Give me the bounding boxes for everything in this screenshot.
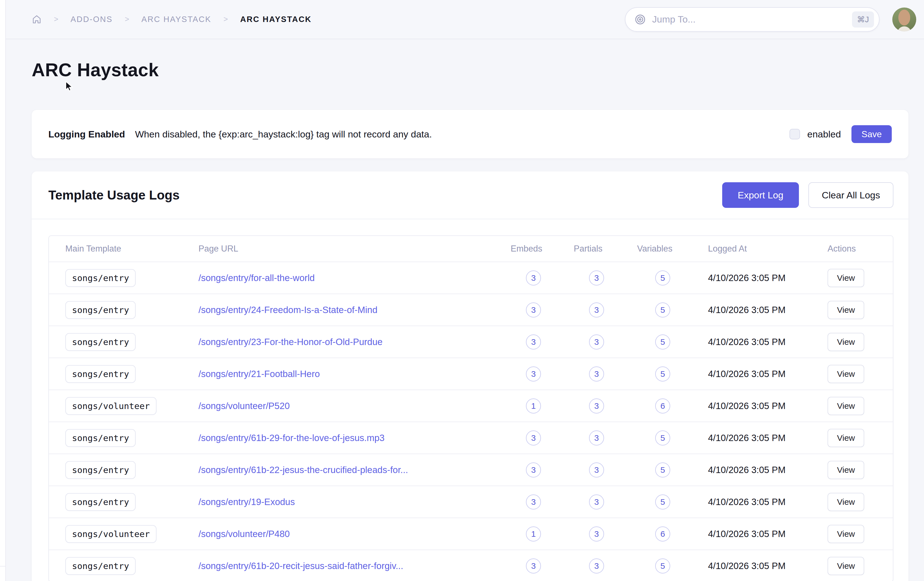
logged-at-value: 4/10/2026 3:05 PM	[708, 401, 785, 411]
column-header-page-url: Page URL	[198, 244, 511, 254]
logged-at-value: 4/10/2026 3:05 PM	[708, 273, 785, 283]
main-template-badge: songs/entry	[65, 493, 136, 511]
table-row: songs/entry /songs/entry/61b-22-jesus-th…	[49, 454, 893, 485]
page-url-link[interactable]: /songs/entry/21-Football-Hero	[198, 369, 320, 379]
breadcrumb-current: ARC HAYSTACK	[240, 15, 312, 24]
table-row: songs/entry /songs/entry/19-Exodus 3 3 5…	[49, 485, 893, 518]
embeds-count-badge: 3	[526, 462, 541, 477]
view-button[interactable]: View	[828, 461, 864, 479]
view-button[interactable]: View	[828, 429, 864, 447]
logged-at-value: 4/10/2026 3:05 PM	[708, 433, 785, 443]
main-template-badge: songs/entry	[65, 301, 136, 319]
embeds-count-badge: 3	[526, 495, 541, 510]
column-header-actions: Actions	[828, 244, 893, 254]
logging-settings-card: Logging Enabled When disabled, the {exp:…	[32, 110, 908, 158]
partials-count-badge: 3	[589, 399, 604, 414]
embeds-count-badge: 1	[526, 399, 541, 414]
home-icon[interactable]	[32, 15, 42, 25]
variables-count-badge: 5	[655, 270, 670, 285]
page-url-link[interactable]: /songs/entry/23-For-the-Honor-of-Old-Pur…	[198, 337, 383, 347]
jump-to-search[interactable]: ⌘J	[625, 7, 879, 32]
partials-count-badge: 3	[589, 430, 604, 445]
main-template-badge: songs/volunteer	[65, 397, 157, 415]
page-url-link[interactable]: /songs/entry/61b-20-recit-jesus-said-fat…	[198, 561, 403, 571]
page-url-link[interactable]: /songs/entry/for-all-the-world	[198, 273, 315, 283]
table-row: songs/entry /songs/entry/61b-29-for-the-…	[49, 422, 893, 454]
view-button[interactable]: View	[828, 365, 864, 383]
variables-count-badge: 6	[655, 526, 670, 541]
table-row: songs/entry /songs/entry/61b-20-recit-je…	[49, 550, 893, 581]
partials-count-badge: 3	[589, 334, 604, 349]
user-avatar[interactable]	[892, 8, 916, 31]
logged-at-value: 4/10/2026 3:05 PM	[708, 465, 785, 475]
main-template-badge: songs/volunteer	[65, 525, 157, 543]
logged-at-value: 4/10/2026 3:05 PM	[708, 529, 785, 539]
table-row: songs/entry /songs/entry/21-Football-Her…	[49, 358, 893, 389]
embeds-count-badge: 1	[526, 526, 541, 541]
embeds-count-badge: 3	[526, 334, 541, 349]
view-button[interactable]: View	[828, 397, 864, 415]
clear-all-logs-button[interactable]: Clear All Logs	[808, 182, 893, 208]
page-url-link[interactable]: /songs/entry/24-Freedom-Is-a-State-of-Mi…	[198, 305, 378, 315]
embeds-count-badge: 3	[526, 558, 541, 573]
view-button[interactable]: View	[828, 301, 864, 319]
enabled-checkbox-label: enabled	[807, 129, 841, 140]
variables-count-badge: 5	[655, 366, 670, 381]
logged-at-value: 4/10/2026 3:05 PM	[708, 337, 785, 347]
variables-count-badge: 5	[655, 462, 670, 477]
column-header-logged-at: Logged At	[708, 244, 828, 254]
collapsed-sidebar-rail	[0, 0, 6, 581]
embeds-count-badge: 3	[526, 366, 541, 381]
view-button[interactable]: View	[828, 269, 864, 287]
variables-count-badge: 6	[655, 399, 670, 414]
variables-count-badge: 5	[655, 334, 670, 349]
logs-title: Template Usage Logs	[48, 187, 722, 203]
column-header-variables: Variables	[637, 244, 708, 254]
table-row: songs/entry /songs/entry/23-For-the-Hono…	[49, 326, 893, 358]
enabled-checkbox[interactable]	[789, 129, 800, 139]
variables-count-badge: 5	[655, 430, 670, 445]
column-header-embeds: Embeds	[511, 244, 574, 254]
partials-count-badge: 3	[589, 462, 604, 477]
usage-logs-table: Main TemplatePage URLEmbedsPartialsVaria…	[48, 235, 893, 581]
partials-count-badge: 3	[589, 270, 604, 285]
logs-divider	[32, 219, 908, 219]
view-button[interactable]: View	[828, 493, 864, 511]
variables-count-badge: 5	[655, 495, 670, 510]
view-button[interactable]: View	[828, 525, 864, 543]
page-url-link[interactable]: /songs/entry/61b-29-for-the-love-of-jesu…	[198, 433, 384, 443]
table-row: songs/entry /songs/entry/24-Freedom-Is-a…	[49, 293, 893, 326]
partials-count-badge: 3	[589, 366, 604, 381]
top-bar: >ADD-ONS>ARC HAYSTACK>ARC HAYSTACK ⌘J	[6, 0, 924, 39]
logged-at-value: 4/10/2026 3:05 PM	[708, 369, 785, 379]
main-template-badge: songs/entry	[65, 429, 136, 447]
breadcrumb: >ADD-ONS>ARC HAYSTACK>ARC HAYSTACK	[32, 15, 625, 25]
keyboard-shortcut-badge: ⌘J	[852, 12, 874, 28]
logging-enabled-label: Logging Enabled	[48, 129, 125, 140]
jump-to-input[interactable]	[652, 14, 852, 25]
partials-count-badge: 3	[589, 558, 604, 573]
table-row: songs/entry /songs/entry/for-all-the-wor…	[49, 262, 893, 293]
embeds-count-badge: 3	[526, 270, 541, 285]
variables-count-badge: 5	[655, 558, 670, 573]
view-button[interactable]: View	[828, 333, 864, 351]
variables-count-badge: 5	[655, 303, 670, 318]
page-url-link[interactable]: /songs/entry/61b-22-jesus-the-crucified-…	[198, 465, 408, 475]
page-url-link[interactable]: /songs/volunteer/P480	[198, 529, 290, 539]
breadcrumb-link[interactable]: ADD-ONS	[71, 15, 112, 24]
view-button[interactable]: View	[828, 557, 864, 575]
page-url-link[interactable]: /songs/volunteer/P520	[198, 401, 290, 411]
table-header-row: Main TemplatePage URLEmbedsPartialsVaria…	[49, 236, 893, 262]
save-button[interactable]: Save	[851, 125, 892, 143]
page-title: ARC Haystack	[32, 59, 908, 80]
breadcrumb-separator-icon: >	[125, 15, 129, 24]
logging-description: When disabled, the {exp:arc_haystack:log…	[135, 129, 789, 140]
breadcrumb-link[interactable]: ARC HAYSTACK	[142, 15, 211, 24]
partials-count-badge: 3	[589, 526, 604, 541]
rail-divider	[0, 566, 5, 566]
page-url-link[interactable]: /songs/entry/19-Exodus	[198, 497, 295, 507]
main-template-badge: songs/entry	[65, 557, 136, 575]
export-log-button[interactable]: Export Log	[722, 182, 799, 208]
logged-at-value: 4/10/2026 3:05 PM	[708, 497, 785, 507]
breadcrumb-separator-icon: >	[54, 15, 58, 24]
